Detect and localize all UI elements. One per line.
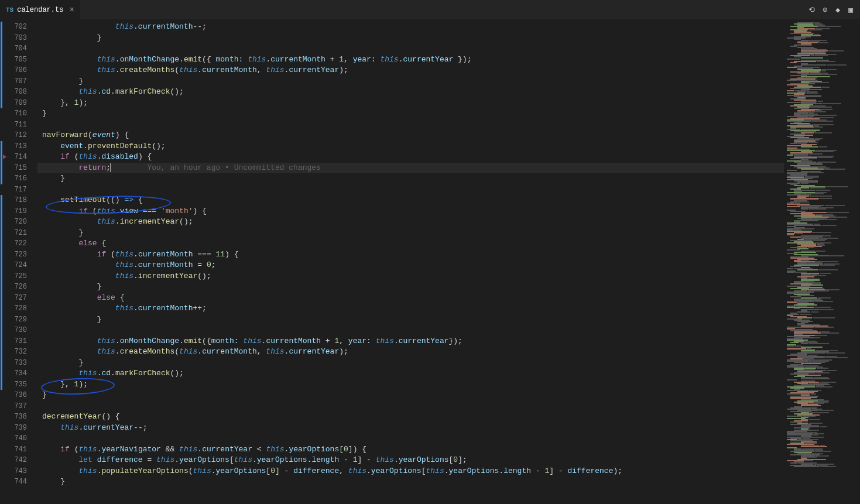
line-number: 713 [2,141,37,152]
minimap[interactable] [784,20,860,504]
line-number: 709 [2,98,37,109]
line-number: 712 [2,130,37,141]
editor-actions: ⟲ ⊙ ◆ ▣ [808,5,860,15]
code-line[interactable]: this.populateYearOptions(this.yearOption… [37,466,784,477]
line-number: 734 [2,368,37,379]
line-number: 716 [2,173,37,184]
code-line[interactable]: return; You, an hour ago • Uncommitted c… [37,163,784,174]
code-line[interactable]: this.onMonthChange.emit({ month: this.cu… [37,54,784,66]
line-number: 720 [2,217,37,228]
line-number: 724 [2,260,37,271]
git-blame-annotation: You, an hour ago • Uncommitted changes [111,163,321,172]
code-line[interactable] [37,43,784,54]
code-line[interactable]: navForward(event) { [37,130,784,141]
line-number: 726 [2,282,37,293]
line-number: 733 [2,358,37,369]
code-line[interactable] [37,433,784,444]
line-number: 710 [2,108,37,119]
code-line[interactable]: if (this.disabled) { [37,152,784,163]
code-line[interactable]: } [37,228,784,239]
line-number: 736 [2,390,37,401]
code-line[interactable] [37,119,784,131]
code-line[interactable]: this.createMonths(this.currentMonth, thi… [37,347,784,358]
code-line[interactable]: else { [37,238,784,249]
code-line[interactable]: }, 1); [37,379,784,390]
line-number: 743 [2,466,37,477]
tab-calendar-ts[interactable]: TS calendar.ts × [0,0,80,20]
code-line[interactable]: }, 1); [37,98,784,109]
code-line[interactable]: if (this.currentMonth === 11) { [37,249,784,260]
code-line[interactable]: this.currentYear--; [37,423,784,434]
code-line[interactable] [37,401,784,412]
line-number: 732 [2,347,37,358]
code-line[interactable]: else { [37,293,784,304]
line-number: 711 [2,119,37,131]
code-line[interactable]: } [37,476,784,488]
compare-changes-icon[interactable]: ⟲ [808,5,815,15]
line-number: 722 [2,238,37,249]
code-line[interactable]: this.incrementYear(); [37,271,784,282]
code-area[interactable]: this.currentMonth--; } this.onMonthChang… [37,20,784,504]
line-number: 742 [2,455,37,466]
code-line[interactable]: let difference = this.yearOptions[this.y… [37,455,784,466]
line-number-gutter[interactable]: 7027037047057067077087097107117127137147… [0,20,37,504]
code-line[interactable]: this.currentMonth = 0; [37,260,784,271]
code-line[interactable]: this.cd.markForCheck(); [37,368,784,379]
line-number: 731 [2,336,37,347]
tab-bar: TS calendar.ts × ⟲ ⊙ ◆ ▣ [0,0,860,20]
editor-body: 7027037047057067077087097107117127137147… [0,20,860,504]
code-line[interactable]: if (this.view === 'month') { [37,206,784,217]
line-number: 717 [2,184,37,196]
line-number: 702 [2,22,37,33]
line-number: 705 [2,54,37,66]
line-number: 703 [2,33,37,44]
code-line[interactable]: } [37,33,784,44]
code-line[interactable]: this.incrementYear(); [37,217,784,228]
code-line[interactable]: this.currentMonth++; [37,303,784,314]
line-number: 714 [2,152,37,163]
line-number: 719 [2,206,37,217]
code-line[interactable]: } [37,282,784,293]
code-line[interactable]: } [37,76,784,87]
line-number: 706 [2,65,37,76]
code-line[interactable]: } [37,108,784,119]
split-editor-icon[interactable]: ▣ [848,5,853,15]
code-line[interactable]: event.preventDefault(); [37,141,784,152]
line-number: 738 [2,412,37,423]
code-line[interactable]: this.cd.markForCheck(); [37,87,784,98]
code-line[interactable]: decrementYear() { [37,412,784,423]
run-icon[interactable]: ◆ [835,5,840,15]
line-number: 704 [2,43,37,54]
line-number: 739 [2,423,37,434]
code-line[interactable] [37,325,784,336]
line-number: 725 [2,271,37,282]
line-number: 741 [2,444,37,455]
line-number: 740 [2,433,37,444]
code-line[interactable]: } [37,314,784,325]
line-number: 707 [2,76,37,87]
code-line[interactable]: } [37,173,784,184]
toggle-preview-icon[interactable]: ⊙ [823,5,828,15]
tab-filename: calendar.ts [17,6,63,14]
editor-container: TS calendar.ts × ⟲ ⊙ ◆ ▣ 702703704705706… [0,0,860,504]
code-line[interactable]: setTimeout(() => { [37,195,784,206]
line-number: 735 [2,379,37,390]
close-icon[interactable]: × [69,5,74,15]
line-number: 718 [2,195,37,206]
line-number: 723 [2,249,37,260]
line-number: 708 [2,87,37,98]
code-line[interactable]: this.onMonthChange.emit({month: this.cur… [37,336,784,347]
code-line[interactable] [37,184,784,196]
line-number: 729 [2,314,37,325]
line-number: 728 [2,303,37,314]
code-line[interactable]: } [37,390,784,401]
code-line[interactable]: if (this.yearNavigator && this.currentYe… [37,444,784,455]
line-number: 727 [2,293,37,304]
code-line[interactable]: this.createMonths(this.currentMonth, thi… [37,65,784,76]
code-line[interactable]: this.currentMonth--; [37,22,784,33]
breakpoint-hint-icon[interactable] [3,155,6,159]
line-number: 744 [2,476,37,488]
line-number: 737 [2,401,37,412]
code-line[interactable]: } [37,358,784,369]
line-number: 715 [2,163,37,174]
